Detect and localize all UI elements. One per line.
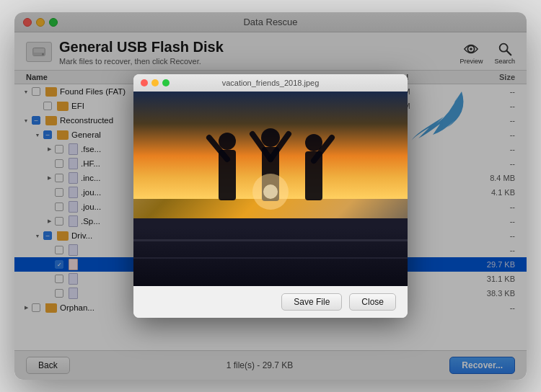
main-window: Data Rescue General USB Flash Disk Mark … (14, 12, 527, 380)
modal-overlay: vacation_friends_2018.jpeg (14, 12, 527, 380)
svg-point-18 (263, 184, 278, 199)
save-file-button[interactable]: Save File (281, 293, 342, 311)
modal-maximize-button[interactable] (162, 79, 170, 86)
modal-minimize-button[interactable] (151, 79, 159, 86)
svg-point-10 (261, 128, 280, 147)
svg-point-7 (219, 133, 236, 150)
close-modal-button[interactable]: Close (349, 293, 396, 311)
modal-title: vacation_friends_2018.jpeg (222, 79, 320, 87)
modal-close-button[interactable] (141, 79, 148, 86)
modal-footer: Save File Close (133, 286, 408, 318)
modal-traffic-lights (141, 79, 170, 86)
modal-title-bar: vacation_friends_2018.jpeg (133, 74, 408, 92)
modal-image (133, 92, 408, 286)
preview-modal: vacation_friends_2018.jpeg (133, 74, 408, 318)
